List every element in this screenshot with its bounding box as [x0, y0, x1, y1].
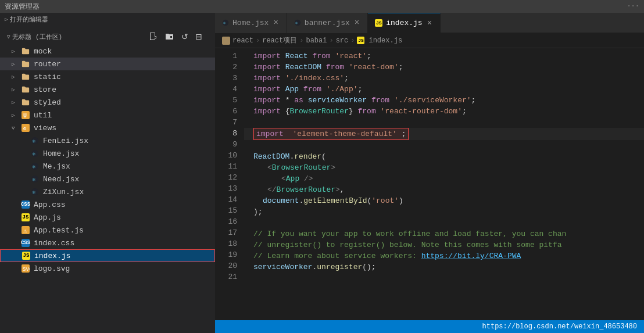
sidebar-item-util[interactable]: ▷ U util: [0, 109, 215, 121]
lt-slash-13: </: [267, 184, 277, 195]
tab-indexjs[interactable]: JS index.js ×: [368, 13, 441, 33]
brace-close-6: }: [349, 106, 353, 117]
tabs-bar: ⚛ Home.jsx × ⚛ banner.jsx × JS index.js …: [215, 13, 644, 33]
sidebar-item-appjs[interactable]: JS App.js: [0, 211, 215, 224]
sidebar-item-store-label: store: [34, 85, 56, 94]
folder-icon-views: ⚙: [21, 123, 30, 133]
sidebar-item-logosvg[interactable]: SVG logo.svg: [0, 262, 215, 275]
code-line-10: ReactDOM . render (: [244, 151, 644, 162]
ln-5: 5: [215, 95, 237, 106]
brace-open-6: {: [285, 106, 290, 117]
tab-close-index[interactable]: ×: [426, 19, 433, 28]
line-numbers: 1 2 3 4 5 6 7 8 9 10 11 12 13 14 15 16 1…: [215, 48, 244, 320]
tab-close-home[interactable]: ×: [272, 18, 279, 27]
comment-18: // unregister() to register() below. Not…: [253, 239, 562, 250]
code-line-14: document . getElementById ( 'root' ): [244, 195, 644, 206]
react-icon-tab-home: ⚛: [222, 19, 229, 26]
sidebar-item-need-label: Need.jsx: [43, 175, 79, 184]
semi-2: ;: [399, 62, 403, 73]
sidebar-item-store[interactable]: ▷ store: [0, 83, 215, 96]
str-reactdom: 'react-dom': [349, 62, 399, 73]
ln-16: 16: [215, 216, 237, 227]
folder-icon-styled: [21, 98, 30, 107]
code-line-15: );: [244, 206, 644, 217]
js-icon-appjs: JS: [21, 213, 30, 222]
ln-18: 18: [215, 238, 237, 249]
code-content[interactable]: import React from 'react' ; import React…: [244, 48, 644, 320]
semi-3: ;: [344, 73, 349, 84]
tab-close-banner[interactable]: ×: [353, 18, 360, 27]
str-element-theme: 'element-theme-default': [292, 130, 396, 138]
sidebar-item-util-label: util: [34, 111, 52, 120]
breadcrumb-sep4: ›: [350, 37, 355, 45]
sidebar-item-apptest[interactable]: ⚠ App.test.js: [0, 224, 215, 237]
sidebar-item-indexcss[interactable]: CSS index.css: [0, 237, 215, 249]
code-line-7: [244, 117, 644, 128]
js-icon-breadcrumb: JS: [357, 37, 364, 44]
ln-10: 10: [215, 150, 237, 161]
sidebar-item-mock[interactable]: ▷ mock: [0, 45, 215, 58]
sidebar-item-zixun[interactable]: ⚛ ZiXun.jsx: [0, 185, 215, 198]
breadcrumb-src: src: [336, 37, 349, 45]
code-line-12: < App />: [244, 173, 644, 184]
ln-8: 8: [215, 128, 237, 139]
open-editors-section[interactable]: ▷ 打开的编辑器: [0, 13, 215, 26]
test-icon-apptest: ⚠: [21, 225, 30, 235]
tab-homejsx[interactable]: ⚛ Home.jsx ×: [215, 13, 287, 33]
sidebar-item-indexjs[interactable]: JS index.js: [0, 249, 215, 262]
fn-render: render: [294, 151, 321, 162]
sidebar-item-router[interactable]: ▷ router: [0, 58, 215, 70]
new-file-button[interactable]: [148, 31, 159, 42]
code-line-16: [244, 217, 644, 228]
sidebar-item-logosvg-label: logo.svg: [34, 264, 70, 273]
svg-text:⚛: ⚛: [32, 151, 35, 157]
kw-from-1: from: [312, 51, 330, 62]
gt-13: >: [335, 184, 340, 195]
sidebar-item-styled[interactable]: ▷ styled: [0, 96, 215, 109]
new-folder-button[interactable]: [164, 31, 176, 42]
link-cra-pwa[interactable]: https://bit.ly/CRA-PWA: [421, 250, 521, 262]
breadcrumb-sep2: ›: [299, 37, 303, 45]
sidebar-item-indexjs-label: index.js: [34, 252, 70, 260]
tag-app: App: [286, 173, 299, 184]
code-line-5: import * as serviceWorker from './servic…: [244, 95, 644, 106]
expand-arrow-store: ▷: [12, 87, 21, 93]
semi-6: ;: [462, 106, 467, 117]
title-bar-text: 资源管理器: [5, 2, 40, 12]
parens-20: ();: [362, 262, 375, 273]
tab-homejsx-label: Home.jsx: [232, 19, 269, 27]
sidebar-item-appcss[interactable]: CSS App.css: [0, 198, 215, 211]
svg-text:⚛: ⚛: [295, 21, 298, 26]
code-line-9: [244, 140, 644, 151]
sidebar-item-homejsx[interactable]: ⚛ Home.jsx: [0, 147, 215, 160]
breadcrumb: react › react项目 › babai › src › JS index…: [215, 33, 644, 48]
sidebar-item-me[interactable]: ⚛ Me.jsx: [0, 160, 215, 173]
breadcrumb-sep3: ›: [329, 37, 333, 45]
react-icon-need: ⚛: [30, 174, 40, 184]
kw-from-5: from: [371, 95, 389, 106]
expand-arrow-mock: ▷: [12, 48, 21, 55]
tag-browserrouter-close: BrowserRouter: [277, 184, 335, 195]
folder-icon-router: [21, 59, 30, 69]
kw-import-3: import: [253, 73, 281, 84]
svg-rect-30: [222, 37, 230, 45]
dot-20: .: [312, 262, 317, 273]
code-editor[interactable]: 1 2 3 4 5 6 7 8 9 10 11 12 13 14 15 16 1…: [215, 48, 644, 320]
sidebar-item-static[interactable]: ▷ static: [0, 70, 215, 83]
kw-import-6: import: [253, 106, 281, 117]
tag-browserrouter-open: BrowserRouter: [272, 162, 331, 173]
sidebar-item-appjs-label: App.js: [34, 213, 61, 222]
dot-14: .: [299, 195, 303, 206]
expand-arrow-router: ▷: [12, 61, 21, 67]
sidebar-item-need[interactable]: ⚛ Need.jsx: [0, 173, 215, 185]
sidebar-item-fenlei-label: FenLei.jsx: [43, 137, 88, 145]
collapse-button[interactable]: ⊟: [194, 31, 203, 42]
code-line-1: import React from 'react' ;: [244, 51, 644, 62]
sidebar-item-fenlei[interactable]: ⚛ FenLei.jsx: [0, 134, 215, 147]
sidebar-item-views[interactable]: ▽ ⚙ views: [0, 121, 215, 134]
code-line-4: import App from './App' ;: [244, 84, 644, 95]
refresh-button[interactable]: ↺: [180, 31, 189, 42]
tab-bannerjsx[interactable]: ⚛ banner.jsx ×: [287, 13, 368, 33]
var-browserrouter: BrowserRouter: [289, 106, 348, 117]
css-icon-indexcss: CSS: [21, 238, 30, 248]
